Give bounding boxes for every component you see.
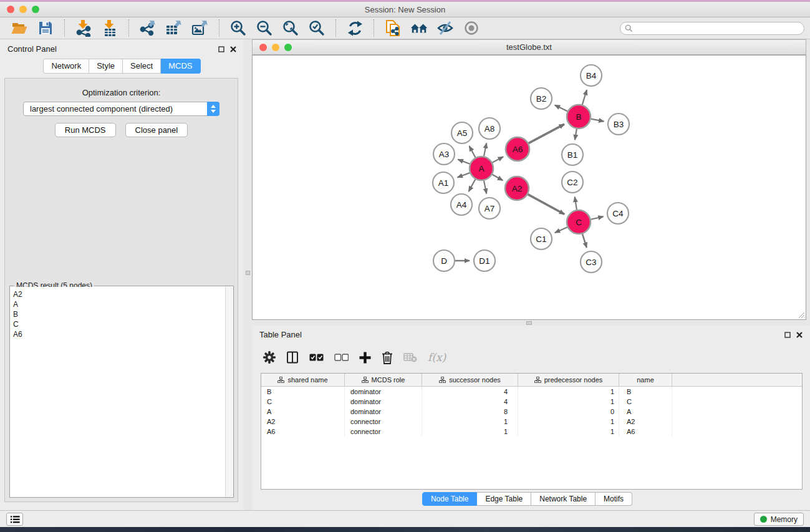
criterion-select[interactable]: largest connected component (directed) <box>23 102 219 116</box>
deselect-all-button[interactable] <box>334 354 349 361</box>
cell-successor-nodes[interactable]: 8 <box>422 407 518 417</box>
divider-grip[interactable] <box>246 271 250 275</box>
hide-graphics-button[interactable] <box>436 19 455 37</box>
export-table-button[interactable] <box>165 19 183 37</box>
delete-column-button[interactable] <box>382 351 393 364</box>
edge-B-B4[interactable] <box>582 90 587 105</box>
run-mcds-button[interactable]: Run MCDS <box>55 123 116 137</box>
table-tab-node-table[interactable]: Node Table <box>422 492 478 506</box>
network-window-titlebar[interactable]: testGlobe.txt <box>252 39 806 55</box>
edge-C-C3[interactable] <box>582 234 587 248</box>
close-window-button[interactable] <box>7 6 14 13</box>
edge-A-A5[interactable] <box>470 146 476 157</box>
table-row[interactable]: Cdominator41C <box>261 397 802 407</box>
zoom-out-button[interactable] <box>255 19 274 37</box>
minimize-network-button[interactable] <box>272 44 279 51</box>
zoom-network-button[interactable] <box>284 44 292 51</box>
main-titlebar[interactable]: Session: New Session <box>0 2 810 17</box>
cell-shared-name[interactable]: A6 <box>261 427 345 437</box>
column-header-predecessor-nodes[interactable]: predecessor nodes <box>518 374 619 386</box>
edge-B-B1[interactable] <box>575 129 577 140</box>
table-row[interactable]: Adominator80A <box>261 407 802 417</box>
float-panel-icon[interactable] <box>218 46 224 52</box>
cell-name[interactable]: C <box>619 397 672 407</box>
table-row[interactable]: A2connector11A2 <box>261 417 802 427</box>
result-item[interactable]: A6 <box>13 329 225 339</box>
home-layout-button[interactable] <box>410 19 428 37</box>
cell-name[interactable]: B <box>619 387 672 397</box>
panel-divider[interactable] <box>244 39 252 510</box>
close-network-button[interactable] <box>259 44 267 51</box>
tab-network[interactable]: Network <box>43 59 89 74</box>
cell-shared-name[interactable]: C <box>261 397 345 407</box>
edge-A-A6[interactable] <box>493 157 504 162</box>
float-panel-icon[interactable] <box>784 332 791 338</box>
result-item[interactable]: A2 <box>13 289 225 299</box>
table-options-button[interactable] <box>263 351 276 364</box>
zoom-fit-button[interactable] <box>281 19 300 37</box>
table-row[interactable]: A6connector11A6 <box>261 427 802 437</box>
edge-C-C2[interactable] <box>575 197 577 210</box>
show-graphics-button[interactable] <box>462 19 481 37</box>
show-columns-button[interactable] <box>286 351 299 364</box>
select-all-button[interactable] <box>309 354 324 361</box>
cell-successor-nodes[interactable]: 4 <box>422 397 518 407</box>
edge-B-B3[interactable] <box>591 119 604 122</box>
table-tab-edge-table[interactable]: Edge Table <box>477 492 531 506</box>
cell-shared-name[interactable]: A <box>261 407 345 417</box>
edge-A-A2[interactable] <box>492 175 503 181</box>
tab-style[interactable]: Style <box>89 59 123 74</box>
refresh-button[interactable] <box>345 19 364 37</box>
result-item[interactable]: A <box>13 299 225 309</box>
cell-predecessor-nodes[interactable]: 1 <box>518 417 619 427</box>
zoom-in-button[interactable] <box>229 19 248 37</box>
task-history-button[interactable] <box>6 513 23 526</box>
close-panel-icon[interactable] <box>230 46 236 52</box>
cell-shared-name[interactable]: B <box>261 387 345 397</box>
result-item[interactable]: B <box>13 309 225 319</box>
table-tab-motifs[interactable]: Motifs <box>595 492 632 506</box>
export-image-button[interactable] <box>191 19 210 37</box>
edge-A-A1[interactable] <box>458 173 470 177</box>
minimize-window-button[interactable] <box>19 6 27 13</box>
node-table[interactable]: shared nameMCDS rolesuccessor nodesprede… <box>261 373 803 490</box>
close-panel-icon[interactable] <box>796 332 803 338</box>
cell-predecessor-nodes[interactable]: 0 <box>518 407 619 417</box>
cell-mcds-role[interactable]: dominator <box>345 407 422 417</box>
zoom-window-button[interactable] <box>32 6 39 13</box>
edge-B-B2[interactable] <box>555 105 567 111</box>
close-panel-button[interactable]: Close panel <box>125 123 188 137</box>
function-builder-button[interactable]: f(x) <box>428 351 446 364</box>
table-tab-network-table[interactable]: Network Table <box>531 492 595 506</box>
edge-C-C1[interactable] <box>555 227 567 233</box>
cell-predecessor-nodes[interactable]: 1 <box>518 397 619 407</box>
network-window[interactable]: testGlobe.txt B4B2BB3A5A8A6A3B1AA1C2A2A4… <box>252 39 806 320</box>
zoom-selected-button[interactable] <box>307 19 326 37</box>
cell-mcds-role[interactable]: dominator <box>345 387 422 397</box>
save-session-button[interactable] <box>36 19 55 37</box>
edge-A-A8[interactable] <box>484 143 486 157</box>
open-session-button[interactable] <box>10 19 29 37</box>
delete-table-button[interactable] <box>403 352 417 362</box>
edge-A2-C[interactable] <box>528 195 565 215</box>
column-header-mcds-role[interactable]: MCDS role <box>345 374 422 386</box>
cell-name[interactable]: A6 <box>619 427 672 437</box>
tab-select[interactable]: Select <box>123 59 161 74</box>
column-header-shared-name[interactable]: shared name <box>261 374 345 386</box>
edge-A-A7[interactable] <box>484 181 486 194</box>
export-network-button[interactable] <box>138 19 157 37</box>
result-scrollbar[interactable] <box>225 287 233 496</box>
result-item[interactable]: C <box>13 319 225 329</box>
cell-shared-name[interactable]: A2 <box>261 417 345 427</box>
import-table-button[interactable] <box>100 19 119 37</box>
column-header-name[interactable]: name <box>619 374 672 386</box>
table-row[interactable]: Bdominator41B <box>261 387 802 397</box>
cell-mcds-role[interactable]: connector <box>345 417 422 427</box>
add-column-button[interactable] <box>359 352 371 364</box>
resize-grip-icon[interactable] <box>798 311 805 319</box>
search-input[interactable] <box>620 22 804 35</box>
edge-A-A4[interactable] <box>469 180 476 192</box>
mcds-result-list[interactable]: A2ABCA6 <box>11 287 225 496</box>
cell-mcds-role[interactable]: connector <box>345 427 422 437</box>
edge-C-C4[interactable] <box>591 216 604 220</box>
